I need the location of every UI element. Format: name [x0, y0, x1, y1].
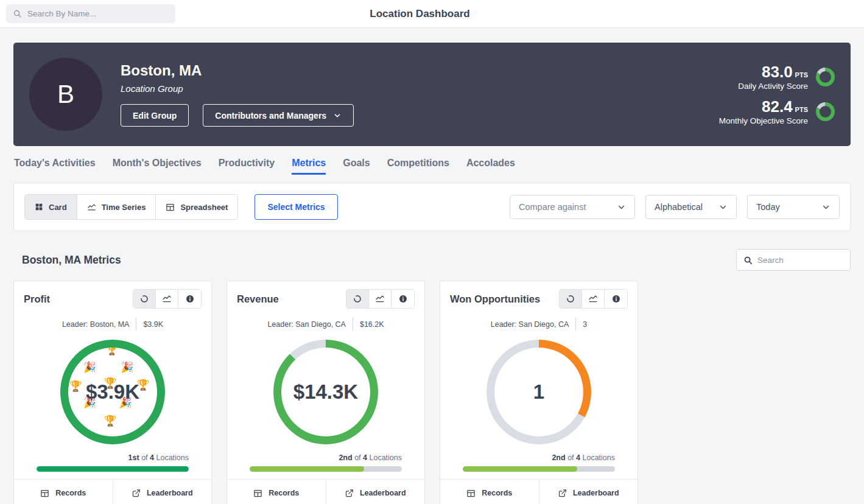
info-button[interactable]	[392, 290, 414, 308]
leaderboard-button[interactable]: Leaderboard	[539, 480, 638, 504]
view-timeseries-button[interactable]: Time Series	[77, 195, 156, 219]
donut-view-button[interactable]	[346, 290, 369, 308]
card-view-toggle	[133, 289, 202, 309]
top-bar: Location Dashboard	[0, 0, 864, 28]
metric-value: 1	[533, 380, 544, 404]
trophy-emoji: 🏆	[69, 380, 82, 393]
monthly-score-value: 82.4	[762, 97, 793, 116]
view-card-label: Card	[49, 203, 67, 212]
view-card-button[interactable]: Card	[25, 195, 77, 219]
metric-card-revenue: Revenue	[227, 281, 425, 504]
metric-card-won-opportunities: Won Opportunities	[440, 281, 638, 504]
rank-total: 4	[363, 453, 367, 462]
leader-row: Leader: San Diego, CA $16.2K	[227, 318, 424, 331]
records-button[interactable]: Records	[227, 480, 326, 504]
metric-cards-row: Profit	[13, 281, 851, 504]
tab-metrics[interactable]: Metrics	[292, 158, 326, 175]
rank-progress-bar	[463, 466, 615, 472]
chevron-down-icon	[821, 203, 831, 212]
card-view-toggle	[559, 289, 628, 309]
metrics-search[interactable]	[736, 249, 851, 271]
donut-chart: $14.3K	[273, 340, 378, 444]
metric-value: $3.9K	[86, 380, 139, 404]
records-button[interactable]: Records	[14, 480, 113, 504]
rank-total: 4	[576, 453, 580, 462]
donut-view-button[interactable]	[560, 290, 582, 308]
contributors-managers-dropdown[interactable]: Contributors and Managers	[203, 104, 354, 127]
rank-position: 1st	[128, 453, 139, 462]
records-button[interactable]: Records	[440, 480, 539, 504]
rank-row: 2nd of 4 Locations	[250, 453, 402, 462]
rank-progress-bar	[37, 466, 189, 472]
tab-months-objectives[interactable]: Month's Objectives	[113, 158, 202, 175]
view-spreadsheet-button[interactable]: Spreadsheet	[156, 195, 237, 219]
card-title: Profit	[24, 293, 50, 305]
daily-score-ring	[816, 68, 835, 86]
timeseries-view-button[interactable]	[582, 290, 605, 308]
daily-activity-score: 83.0PTS Daily Activity Score	[738, 64, 835, 91]
monthly-score-unit: PTS	[795, 106, 808, 113]
group-header-card: B Boston, MA Location Group Edit Group C…	[13, 43, 851, 146]
global-search[interactable]	[6, 4, 175, 23]
rank-position: 2nd	[339, 453, 352, 462]
view-timeseries-label: Time Series	[102, 203, 146, 212]
metrics-search-input[interactable]	[757, 256, 843, 265]
card-view-toggle	[346, 289, 415, 309]
avatar-letter: B	[57, 80, 74, 109]
timeseries-view-button[interactable]	[369, 290, 392, 308]
tab-productivity[interactable]: Productivity	[219, 158, 275, 175]
group-info: Boston, MA Location Group Edit Group Con…	[121, 62, 354, 127]
table-icon	[166, 203, 175, 212]
trophy-emoji: 🏆	[104, 415, 116, 427]
compare-against-dropdown[interactable]: Compare against	[510, 195, 635, 219]
leader-label: Leader: Boston, MA	[62, 320, 129, 329]
donut-view-button[interactable]	[133, 290, 156, 308]
avatar: B	[29, 58, 102, 131]
leaderboard-button[interactable]: Leaderboard	[326, 480, 425, 504]
leaderboard-button[interactable]: Leaderboard	[113, 480, 212, 504]
edit-group-label: Edit Group	[133, 111, 177, 121]
trophy-emoji: 🏆	[105, 348, 118, 356]
search-icon	[743, 256, 753, 265]
monthly-objective-score: 82.4PTS Monthly Objective Score	[719, 99, 835, 125]
daily-score-unit: PTS	[795, 71, 808, 79]
period-value: Today	[756, 202, 780, 212]
search-icon	[13, 9, 22, 18]
chevron-down-icon	[333, 111, 342, 120]
rank-progress-bar	[250, 466, 402, 472]
table-icon	[466, 489, 476, 498]
period-dropdown[interactable]: Today	[747, 195, 840, 219]
select-metrics-button[interactable]: Select Metrics	[255, 194, 337, 220]
line-chart-icon	[87, 203, 96, 212]
leader-label: Leader: San Diego, CA	[491, 320, 569, 329]
sort-dropdown[interactable]: Alphabetical	[645, 195, 737, 219]
tab-todays-activities[interactable]: Today's Activities	[14, 158, 96, 175]
info-button[interactable]	[178, 290, 201, 308]
tab-goals[interactable]: Goals	[343, 158, 370, 175]
info-button[interactable]	[605, 290, 627, 308]
divider	[353, 318, 353, 331]
divider	[136, 318, 136, 331]
external-link-icon	[558, 489, 567, 498]
tab-bar: Today's Activities Month's Objectives Pr…	[13, 158, 851, 175]
tab-accolades[interactable]: Accolades	[466, 158, 515, 175]
donut-chart: 🏆 🎉 🎉 🏆 🏆 🏆 🎉 🎉 🏆 $3.9K	[60, 340, 165, 444]
monthly-score-ring	[816, 102, 835, 121]
tab-competitions[interactable]: Competitions	[387, 158, 449, 175]
card-title: Revenue	[237, 293, 279, 305]
sort-value: Alphabetical	[655, 202, 703, 212]
rank-row: 2nd of 4 Locations	[463, 453, 615, 462]
leader-row: Leader: Boston, MA $3.9K	[14, 318, 211, 331]
rank-position: 2nd	[552, 453, 565, 462]
rank-row: 1st of 4 Locations	[37, 453, 189, 462]
external-link-icon	[132, 489, 141, 498]
group-name: Boston, MA	[121, 62, 354, 79]
leader-value: $16.2K	[360, 320, 384, 329]
contributors-managers-label: Contributors and Managers	[215, 111, 326, 121]
divider	[575, 318, 576, 331]
edit-group-button[interactable]: Edit Group	[121, 104, 189, 127]
timeseries-view-button[interactable]	[156, 290, 178, 308]
party-popper-emoji: 🎉	[83, 361, 96, 374]
search-by-name-input[interactable]	[27, 9, 169, 18]
donut-chart: 1	[486, 340, 591, 444]
